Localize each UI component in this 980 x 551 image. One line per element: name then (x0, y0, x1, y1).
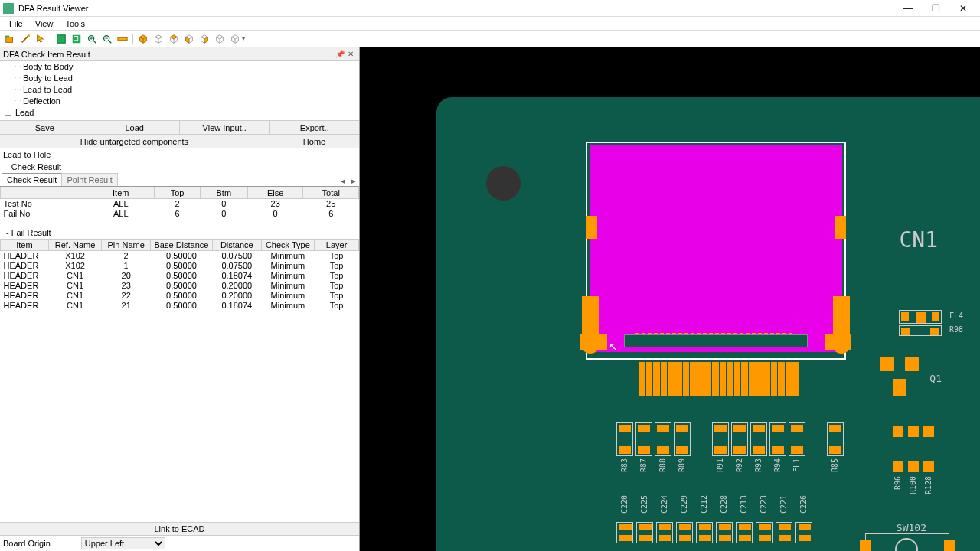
toolbar-pointer-icon[interactable] (34, 32, 47, 46)
tab-check-result[interactable]: Check Result (2, 173, 62, 186)
tree-item[interactable]: ⋯Body to Lead (0, 73, 359, 84)
cursor-icon: ↖ (609, 341, 618, 353)
load-button[interactable]: Load (90, 121, 181, 134)
toolbar-3d-side-icon[interactable] (198, 32, 211, 46)
svg-line-2 (22, 35, 29, 42)
toolbar-3d-iso-icon[interactable] (213, 32, 227, 46)
ref-sw102: SW102 (897, 522, 926, 533)
col-base[interactable]: Base Distance (150, 240, 212, 251)
col-type[interactable]: Check Type (261, 240, 314, 251)
toolbar-zoom-fit-icon[interactable] (54, 32, 68, 46)
main-split: DFA Check Item Result 📌 ✕ ⋯Body to Body … (0, 47, 980, 551)
result-tabs: Check Result Point Result ◂ ▸ (0, 173, 359, 187)
check-tree[interactable]: ⋯Body to Body ⋯Body to Lead ⋯Lead to Lea… (0, 61, 359, 121)
ref-c221: C221 (779, 495, 788, 514)
cn1-mount (825, 334, 851, 350)
ref-c213: C213 (740, 495, 748, 514)
close-button[interactable]: ✕ (949, 1, 977, 16)
table-row[interactable]: Fail NoALL6006 (1, 209, 359, 219)
table-row[interactable]: HEADERCN1200.500000.18074MinimumTop (1, 271, 359, 281)
pcb-viewport[interactable]: CN1 ↖ FL4 R98 Q1 R83R87R88R89R91R92R93R9… (360, 47, 980, 551)
ref-fl1: FL1 (792, 458, 801, 472)
ref-r96: R96 (893, 476, 902, 490)
minimize-button[interactable]: — (894, 1, 922, 16)
tab-prev-icon[interactable]: ◂ (338, 176, 348, 186)
fail-result-table: Item Ref. Name Pin Name Base Distance Di… (0, 239, 359, 311)
ref-r91: R91 (716, 458, 724, 472)
tree-item[interactable]: ⋯Lead to Lead (0, 84, 359, 96)
maximize-button[interactable]: ❐ (922, 1, 949, 16)
r100 (908, 426, 919, 472)
panel-header: DFA Check Item Result 📌 ✕ (0, 47, 359, 61)
col-pin[interactable]: Pin Name (102, 240, 151, 251)
toolbar-open-icon[interactable] (3, 32, 17, 46)
col-ref[interactable]: Ref. Name (48, 240, 101, 251)
save-button[interactable]: Save (0, 121, 90, 134)
board-origin-select[interactable]: Upper Left (81, 537, 165, 549)
ref-r93: R93 (754, 458, 763, 472)
toolbar-zoom-window-icon[interactable] (70, 32, 83, 46)
svg-rect-4 (57, 34, 66, 43)
table-row[interactable]: Test NoALL202325 (1, 199, 359, 210)
cn1-label: CN1 (899, 227, 938, 253)
col-total[interactable]: Total (303, 187, 359, 199)
ref-r85: R85 (831, 458, 839, 472)
toolbar-3d-views-icon[interactable] (228, 32, 242, 46)
ref-c226: C226 (799, 495, 808, 514)
col-item[interactable]: Item (1, 240, 49, 251)
r128 (923, 426, 934, 472)
table-row[interactable]: HEADERX10210.500000.07500MinimumTop (1, 261, 359, 271)
tree-item-lead-to-hole[interactable]: ⋯Lead to Hole (0, 119, 359, 121)
col-btm[interactable]: Btm (200, 187, 247, 199)
ref-q1: Q1 (929, 373, 942, 384)
menu-view[interactable]: View (29, 19, 60, 28)
ref-c228: C228 (720, 495, 728, 514)
col-top[interactable]: Top (155, 187, 200, 199)
menu-tools[interactable]: Tools (59, 19, 91, 28)
ref-c212: C212 (700, 495, 708, 514)
export-button[interactable]: Export.. (270, 121, 360, 134)
section-label-lead-to-hole: Lead to Hole (0, 148, 359, 161)
toolbar-zoom-in-icon[interactable] (85, 32, 99, 46)
table-row[interactable]: HEADERCN1230.500000.20000MinimumTop (1, 281, 359, 291)
r98-outline (899, 325, 942, 336)
home-button[interactable]: Home (270, 135, 359, 148)
toolbar-wand-icon[interactable] (18, 32, 32, 46)
toolbar-separator (132, 34, 133, 44)
toolbar-zoom-out-icon[interactable] (100, 32, 114, 46)
tab-point-result[interactable]: Point Result (61, 173, 117, 186)
button-row-2: Hide untargeted components Home (0, 135, 359, 148)
toolbar-dropdown-icon[interactable]: ▾ (242, 35, 245, 42)
table-row[interactable]: HEADERCN1220.500000.20000MinimumTop (1, 291, 359, 301)
panel-pin-icon[interactable]: 📌 (335, 49, 345, 60)
ref-c220: C220 (620, 495, 629, 514)
cn1-pad (835, 216, 846, 239)
col-layer[interactable]: Layer (315, 240, 359, 251)
board-origin-label: Board Origin (3, 539, 51, 548)
sw102 (865, 533, 949, 551)
ref-c225: C225 (640, 495, 648, 514)
menu-file[interactable]: File (3, 19, 29, 28)
ref-c223: C223 (760, 495, 768, 514)
link-to-ecad-button[interactable]: Link to ECAD (0, 522, 359, 536)
fl4-outline (899, 310, 942, 324)
col-item[interactable]: Item (87, 187, 155, 199)
tree-item[interactable]: ⋯Body to Body (0, 61, 359, 73)
table-row[interactable]: HEADERX10220.500000.07500MinimumTop (1, 251, 359, 262)
col-dist[interactable]: Distance (213, 240, 262, 251)
view-input-button[interactable]: View Input.. (180, 121, 270, 134)
toolbar-measure-icon[interactable] (116, 32, 129, 46)
hide-untargeted-button[interactable]: Hide untargeted components (0, 135, 270, 148)
tab-next-icon[interactable]: ▸ (348, 176, 359, 186)
toolbar-3d-front-icon[interactable] (182, 32, 196, 46)
toolbar-3d-wire-icon[interactable] (152, 32, 165, 46)
tree-group-lead[interactable]: −Lead (0, 107, 359, 119)
toolbar-3d-top-icon[interactable] (167, 32, 181, 46)
tree-item[interactable]: ⋯Deflection (0, 96, 359, 107)
col-else[interactable]: Else (247, 187, 303, 199)
svg-rect-14 (118, 37, 127, 41)
panel-close-icon[interactable]: ✕ (345, 49, 356, 60)
toolbar-3d-box-icon[interactable] (136, 32, 150, 46)
pcb-board: CN1 ↖ FL4 R98 Q1 R83R87R88R89R91R92R93R9… (436, 97, 980, 551)
table-row[interactable]: HEADERCN1210.500000.18074MinimumTop (1, 301, 359, 311)
